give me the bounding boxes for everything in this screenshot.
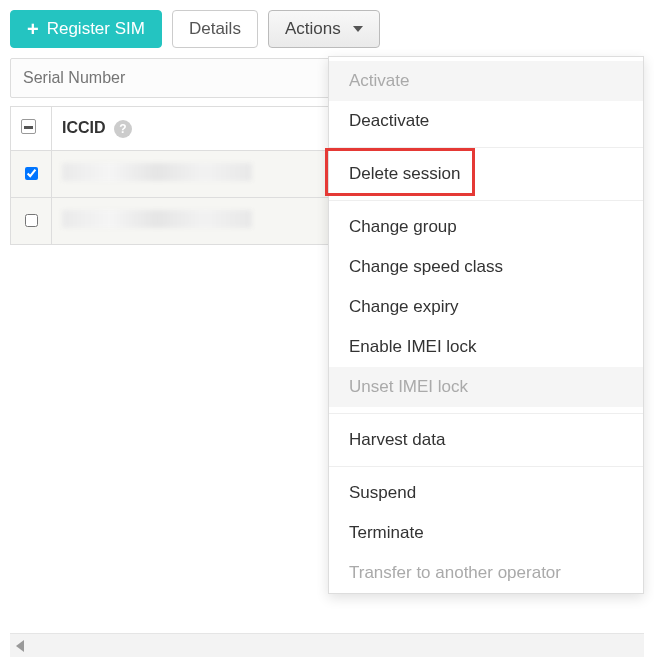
plus-icon: +: [27, 19, 39, 39]
scroll-left-icon[interactable]: [16, 640, 24, 652]
menu-item-harvest-data[interactable]: Harvest data: [329, 420, 643, 460]
menu-divider: [329, 200, 643, 201]
toolbar: + Register SIM Details Actions: [10, 10, 644, 48]
indeterminate-checkbox-icon[interactable]: [21, 119, 36, 134]
menu-item-change-group[interactable]: Change group: [329, 207, 643, 247]
menu-item-change-speed-class[interactable]: Change speed class: [329, 247, 643, 287]
menu-item-delete-session[interactable]: Delete session: [329, 154, 643, 194]
actions-dropdown-button[interactable]: Actions: [268, 10, 380, 48]
register-sim-button[interactable]: + Register SIM: [10, 10, 162, 48]
menu-divider: [329, 466, 643, 467]
menu-item-suspend[interactable]: Suspend: [329, 473, 643, 513]
row-checkbox[interactable]: [25, 167, 38, 180]
actions-dropdown-menu: Activate Deactivate Delete session Chang…: [328, 56, 644, 594]
redacted-iccid: [62, 210, 252, 228]
menu-item-unset-imei-lock: Unset IMEI lock: [329, 367, 643, 407]
redacted-iccid: [62, 163, 252, 181]
select-all-header[interactable]: [11, 107, 52, 151]
menu-item-enable-imei-lock[interactable]: Enable IMEI lock: [329, 327, 643, 367]
menu-item-transfer-operator: Transfer to another operator: [329, 553, 643, 593]
details-label: Details: [189, 19, 241, 39]
menu-item-activate: Activate: [329, 61, 643, 101]
iccid-header-label: ICCID: [62, 119, 106, 136]
caret-down-icon: [353, 26, 363, 32]
menu-item-deactivate[interactable]: Deactivate: [329, 101, 643, 141]
details-button[interactable]: Details: [172, 10, 258, 48]
help-icon[interactable]: ?: [114, 120, 132, 138]
actions-label: Actions: [285, 19, 341, 39]
menu-item-change-expiry[interactable]: Change expiry: [329, 287, 643, 327]
register-sim-label: Register SIM: [47, 19, 145, 39]
menu-divider: [329, 147, 643, 148]
menu-divider: [329, 413, 643, 414]
horizontal-scrollbar[interactable]: [10, 633, 644, 657]
row-checkbox[interactable]: [25, 214, 38, 227]
menu-item-terminate[interactable]: Terminate: [329, 513, 643, 553]
